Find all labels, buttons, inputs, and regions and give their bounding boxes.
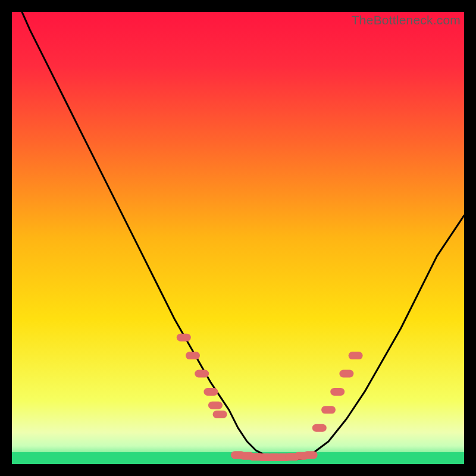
- marker-dot: [195, 370, 209, 378]
- marker-dot: [203, 388, 218, 396]
- marker-dot: [312, 424, 327, 432]
- marker-dot: [208, 402, 223, 409]
- marker-dot: [303, 451, 318, 459]
- marker-dot: [186, 352, 200, 359]
- marker-dot: [177, 334, 191, 342]
- chart-frame: TheBottleneck.com: [12, 12, 464, 464]
- marker-dot: [339, 370, 353, 378]
- marker-dot: [321, 406, 336, 414]
- bottleneck-curve-chart: [12, 12, 464, 464]
- marker-dot: [330, 388, 345, 396]
- watermark-text: TheBottleneck.com: [352, 13, 461, 27]
- marker-dot: [213, 411, 227, 418]
- gradient-background: [12, 12, 464, 464]
- marker-dot: [349, 352, 363, 359]
